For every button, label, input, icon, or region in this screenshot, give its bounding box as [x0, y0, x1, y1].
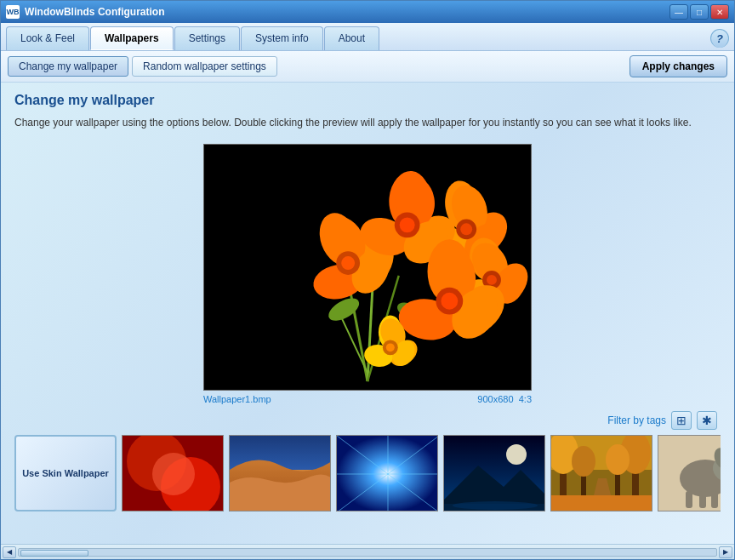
preview-svg [204, 145, 531, 390]
scroll-right-button[interactable]: ▶ [719, 546, 732, 558]
window-title: WindowBlinds Configuration [25, 6, 664, 18]
thumbnails-section: Filter by tags ⊞ ✱ Use Skin Wallpaper [14, 411, 721, 511]
thumbnail-dog[interactable] [658, 435, 721, 511]
scroll-thumb[interactable] [20, 550, 88, 557]
app-icon: WB [6, 5, 20, 19]
wrench-icon: ✱ [702, 414, 712, 427]
preview-filename: Wallpaper1.bmp [203, 394, 271, 404]
thumb-blue-burst-svg [337, 436, 438, 511]
preview-resolution-aspect: 900x680 4:3 [477, 394, 532, 404]
thumbnail-red[interactable] [122, 435, 224, 511]
page-title: Change my wallpaper [14, 93, 721, 108]
preview-container: Wallpaper1.bmp 900x680 4:3 [14, 144, 721, 404]
svg-point-75 [572, 446, 595, 477]
thumb-desert-svg [230, 436, 331, 511]
change-wallpaper-button[interactable]: Change my wallpaper [8, 56, 128, 77]
scroll-track[interactable] [18, 548, 717, 557]
close-button[interactable]: ✕ [710, 4, 729, 20]
svg-point-21 [460, 223, 472, 235]
title-bar: WB WindowBlinds Configuration — □ ✕ [1, 1, 734, 23]
thumbnails-row: Use Skin Wallpaper [14, 435, 721, 511]
svg-point-77 [606, 444, 630, 475]
wallpaper-preview[interactable] [203, 144, 532, 391]
grid-icon: ⊞ [676, 414, 687, 427]
svg-point-14 [341, 256, 355, 270]
svg-rect-78 [551, 495, 652, 511]
tab-wallpapers[interactable]: Wallpapers [90, 26, 174, 50]
preview-info: Wallpaper1.bmp 900x680 4:3 [203, 394, 532, 404]
horizontal-scrollbar: ◀ ▶ [1, 544, 734, 559]
svg-point-53 [152, 453, 195, 495]
page-description: Change your wallpaper using the options … [14, 115, 721, 130]
thumbnail-desert[interactable] [229, 435, 331, 511]
svg-point-49 [386, 343, 395, 351]
tab-about[interactable]: About [324, 26, 379, 50]
tab-settings[interactable]: Settings [174, 26, 240, 50]
thumb-red-svg [122, 436, 224, 511]
scroll-left-button[interactable]: ◀ [3, 546, 16, 558]
svg-point-28 [400, 217, 415, 232]
random-settings-button[interactable]: Random wallpaper settings [132, 56, 277, 77]
svg-rect-86 [711, 491, 718, 508]
minimize-button[interactable]: — [669, 4, 688, 20]
toolbar: Change my wallpaper Random wallpaper set… [1, 51, 734, 83]
help-button[interactable]: ? [710, 29, 729, 48]
svg-point-35 [487, 275, 497, 285]
thumbnail-blue-burst[interactable] [336, 435, 438, 511]
grid-view-button[interactable]: ⊞ [671, 411, 692, 430]
skin-wallpaper-thumb[interactable]: Use Skin Wallpaper [14, 435, 117, 511]
main-content: Change my wallpaper Change your wallpape… [1, 83, 734, 544]
settings-view-button[interactable]: ✱ [697, 411, 717, 430]
main-window: WB WindowBlinds Configuration — □ ✕ Look… [0, 0, 735, 560]
svg-point-67 [453, 501, 538, 510]
thumbnail-moon[interactable] [443, 435, 545, 511]
tab-look-and-feel[interactable]: Look & Feel [6, 26, 89, 50]
filter-row: Filter by tags ⊞ ✱ [14, 411, 721, 430]
svg-rect-85 [699, 491, 706, 508]
svg-rect-84 [686, 491, 692, 508]
maximize-button[interactable]: □ [690, 4, 709, 20]
tab-bar: Look & Feel Wallpapers Settings System i… [1, 23, 734, 51]
tab-system-info[interactable]: System info [241, 26, 323, 50]
window-controls: — □ ✕ [669, 4, 729, 20]
apply-changes-button[interactable]: Apply changes [630, 55, 727, 77]
thumb-autumn-svg [551, 436, 652, 511]
thumb-dog-svg [658, 436, 721, 511]
svg-point-66 [506, 444, 527, 465]
thumbnail-autumn[interactable] [550, 435, 652, 511]
filter-label: Filter by tags [607, 414, 666, 426]
svg-point-42 [441, 293, 458, 310]
thumb-moon-svg [444, 436, 545, 511]
